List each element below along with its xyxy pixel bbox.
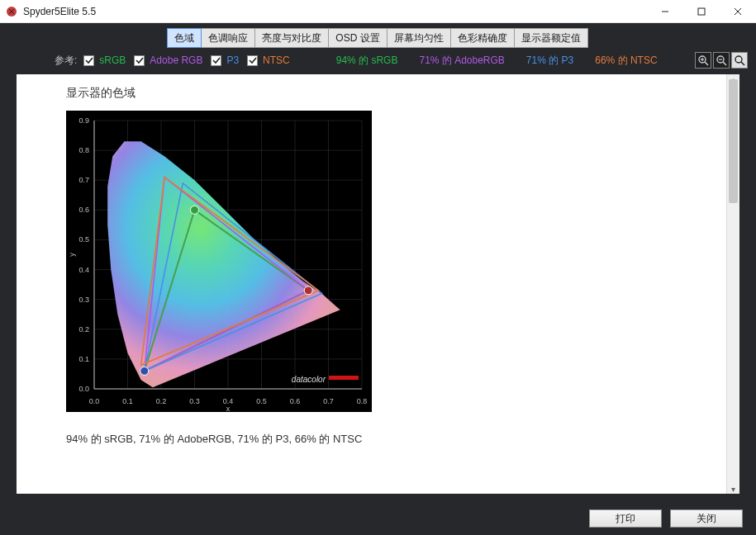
coverage-0: 94% 的 sRGB — [336, 54, 398, 68]
svg-point-58 — [191, 206, 199, 214]
svg-text:0.1: 0.1 — [78, 355, 89, 363]
content-inner: 显示器的色域 0.00.10.20.30.40.50.60.70.80.00.1… — [17, 74, 726, 494]
minimize-button[interactable] — [647, 0, 683, 23]
tab-2[interactable]: 亮度与对比度 — [254, 28, 329, 48]
svg-text:0.0: 0.0 — [78, 385, 89, 393]
checkbox-argb[interactable] — [134, 55, 145, 66]
content-panel: 显示器的色域 0.00.10.20.30.40.50.60.70.80.00.1… — [17, 74, 739, 494]
options-row: 参考: sRGBAdobe RGBP3NTSC 94% 的 sRGB71% 的 … — [0, 48, 756, 73]
svg-text:0.0: 0.0 — [89, 397, 100, 405]
svg-text:0.4: 0.4 — [78, 266, 89, 274]
footer: 打印 关闭 — [0, 502, 756, 535]
svg-text:0.9: 0.9 — [78, 116, 89, 125]
titlebar: Spyder5Elite 5.5 — [0, 0, 756, 23]
scroll-down-icon[interactable]: ▾ — [727, 482, 739, 494]
tab-4[interactable]: 屏幕均匀性 — [387, 28, 451, 48]
svg-text:0.5: 0.5 — [78, 235, 89, 244]
coverage-1: 71% 的 AdobeRGB — [419, 54, 504, 68]
checkbox-ntsc[interactable] — [247, 55, 258, 66]
tab-1[interactable]: 色调响应 — [201, 28, 255, 48]
checkbox-srgb[interactable] — [83, 55, 94, 66]
svg-text:0.2: 0.2 — [78, 325, 89, 334]
zoom-in-button[interactable] — [695, 52, 711, 69]
coverage-summary: 94% 的 sRGB, 71% 的 AdobeRGB, 71% 的 P3, 66… — [66, 432, 713, 447]
print-button[interactable]: 打印 — [589, 509, 662, 528]
svg-text:0.1: 0.1 — [122, 397, 133, 405]
svg-point-59 — [140, 367, 149, 375]
svg-text:0.6: 0.6 — [290, 397, 301, 405]
ref-p3[interactable]: P3 — [211, 54, 239, 66]
zoom-out-button[interactable] — [713, 52, 730, 69]
svg-rect-61 — [329, 376, 359, 380]
tab-strip: 色域色调响应亮度与对比度OSD 设置屏幕均匀性色彩精确度显示器额定值 — [0, 28, 756, 48]
tab-3[interactable]: OSD 设置 — [328, 28, 387, 48]
vertical-scrollbar[interactable]: ▴ ▾ — [726, 74, 739, 494]
svg-rect-2 — [698, 8, 705, 15]
svg-text:0.7: 0.7 — [323, 397, 334, 405]
svg-line-10 — [723, 62, 726, 65]
close-button[interactable]: 关闭 — [670, 509, 743, 528]
maximize-button[interactable] — [683, 0, 720, 23]
svg-line-13 — [741, 62, 744, 65]
svg-text:0.8: 0.8 — [78, 146, 89, 154]
svg-text:0.5: 0.5 — [256, 397, 267, 405]
gamut-chart: 0.00.10.20.30.40.50.60.70.80.00.10.20.30… — [66, 111, 372, 412]
reference-label: 参考: — [55, 54, 77, 68]
zoom-fit-button[interactable] — [731, 52, 748, 69]
zoom-group — [695, 52, 748, 69]
svg-text:0.3: 0.3 — [78, 296, 89, 304]
ref-argb[interactable]: Adobe RGB — [134, 54, 202, 66]
ref-srgb[interactable]: sRGB — [83, 54, 126, 66]
ref-ntsc[interactable]: NTSC — [247, 54, 290, 66]
svg-text:x: x — [226, 405, 231, 412]
ref-label-srgb: sRGB — [99, 54, 126, 66]
svg-text:0.7: 0.7 — [78, 176, 89, 184]
app-body: 色域色调响应亮度与对比度OSD 设置屏幕均匀性色彩精确度显示器额定值 参考: s… — [0, 23, 756, 535]
coverage-percents: 94% 的 sRGB71% 的 AdobeRGB71% 的 P366% 的 NT… — [336, 54, 658, 68]
svg-text:0.2: 0.2 — [156, 397, 167, 405]
scroll-thumb[interactable] — [729, 79, 738, 203]
checkbox-p3[interactable] — [211, 55, 221, 66]
coverage-2: 71% 的 P3 — [526, 54, 573, 68]
ref-label-ntsc: NTSC — [263, 54, 290, 66]
svg-text:y: y — [68, 253, 76, 257]
svg-text:datacolor: datacolor — [292, 375, 326, 384]
svg-point-57 — [304, 286, 312, 295]
coverage-3: 66% 的 NTSC — [595, 54, 657, 68]
ref-label-p3: P3 — [226, 54, 239, 66]
svg-point-12 — [735, 56, 742, 63]
ref-label-argb: Adobe RGB — [150, 54, 202, 66]
tab-0[interactable]: 色域 — [167, 28, 202, 48]
content-heading: 显示器的色域 — [66, 86, 713, 101]
app-icon — [5, 5, 18, 18]
tab-6[interactable]: 显示器额定值 — [514, 28, 588, 48]
svg-line-6 — [705, 62, 708, 65]
tab-5[interactable]: 色彩精确度 — [450, 28, 515, 48]
svg-text:0.8: 0.8 — [357, 397, 368, 405]
close-window-button[interactable] — [720, 0, 756, 23]
window-title: Spyder5Elite 5.5 — [23, 6, 96, 17]
svg-text:0.3: 0.3 — [189, 397, 200, 405]
svg-text:0.6: 0.6 — [78, 206, 89, 214]
